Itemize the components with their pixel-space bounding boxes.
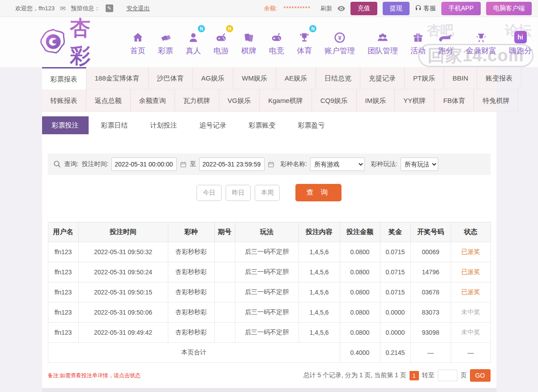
withdraw-button[interactable]: 提现 — [383, 2, 410, 15]
status-link[interactable]: 已派奖 — [451, 282, 491, 303]
cell-lottery: 杏彩秒秒彩 — [168, 262, 214, 282]
summary-value: — — [451, 343, 491, 363]
tab-IM娱乐[interactable]: IM娱乐 — [357, 89, 395, 112]
tab-沙巴体育[interactable]: 沙巴体育 — [149, 67, 193, 89]
table-row: ffn1232022-05-31 09:49:42杏彩秒秒彩后三一码不定胆1,4… — [48, 323, 491, 343]
tab-转账报表[interactable]: 转账报表 — [42, 89, 86, 112]
nav-item[interactable]: 棋牌 — [235, 28, 263, 56]
subtab-计划投注[interactable]: 计划投注 — [141, 116, 187, 134]
tab-Kgame棋牌[interactable]: Kgame棋牌 — [260, 89, 312, 112]
column-header: 期号 — [214, 222, 235, 242]
tab-彩票报表[interactable]: 彩票报表 — [42, 67, 86, 89]
refresh-link[interactable]: 刷新 — [320, 4, 332, 13]
tab-余额查询[interactable]: 余额查询 — [131, 89, 175, 112]
tab-188金宝博体育[interactable]: 188金宝博体育 — [86, 67, 149, 89]
column-header: 玩法 — [235, 222, 299, 242]
tab-账变报表[interactable]: 账变报表 — [477, 67, 521, 89]
date-to-input[interactable] — [199, 158, 265, 171]
tab-充提记录[interactable]: 充提记录 — [360, 67, 405, 89]
nav-item[interactable]: 活动 — [404, 28, 432, 56]
cell-time: 2022-05-31 09:50:15 — [78, 282, 168, 303]
quick-buttons: 今日 昨日 本周 查 询 — [42, 184, 496, 201]
subtab-彩票日结[interactable]: 彩票日结 — [91, 116, 138, 134]
tab-YY棋牌[interactable]: YY棋牌 — [395, 89, 435, 112]
tab-VG娱乐[interactable]: VG娱乐 — [219, 89, 260, 112]
calendar-icon[interactable] — [268, 161, 274, 168]
yesterday-button[interactable]: 昨日 — [226, 185, 251, 201]
eye-icon[interactable] — [337, 6, 345, 11]
mobile-app-button[interactable]: 手机APP — [441, 2, 481, 15]
note-text: 备注:如需查看投注单详情，请点击状态 — [48, 372, 141, 379]
nav-item-label: 账户管理 — [325, 46, 355, 56]
tab-CQ9娱乐[interactable]: CQ9娱乐 — [312, 89, 357, 112]
calendar-icon[interactable] — [180, 161, 187, 168]
nav-item[interactable]: H电游 — [207, 28, 235, 56]
date-from-input[interactable] — [111, 158, 177, 171]
status-link[interactable]: 已派奖 — [451, 262, 491, 282]
mail-icon[interactable]: ✉ — [60, 4, 66, 13]
cell-number: 14796 — [410, 262, 451, 282]
nav-item[interactable]: 首页 — [124, 28, 152, 56]
status-link[interactable]: 已派奖 — [451, 242, 491, 262]
tab-日结总览[interactable]: 日结总览 — [316, 67, 360, 89]
subtab-彩票账变[interactable]: 彩票账变 — [239, 116, 286, 134]
tab-WM娱乐[interactable]: WM娱乐 — [233, 67, 276, 89]
current-page-button[interactable]: 1 — [410, 371, 419, 380]
game-select[interactable]: 所有游戏 — [310, 158, 365, 171]
customer-service-link[interactable]: 客服 — [415, 4, 436, 13]
tab-PT娱乐[interactable]: PT娱乐 — [405, 67, 444, 89]
gift-icon — [412, 28, 424, 43]
tab-AG娱乐[interactable]: AG娱乐 — [193, 67, 234, 89]
goto-page-input[interactable] — [438, 370, 457, 381]
nav-item[interactable]: 跑分 — [432, 28, 460, 56]
filter-bar: 查询: 投注时间: 至 彩种名称: 所有游戏 彩种玩法: 所有玩法 — [48, 153, 491, 175]
tab-瓦力棋牌[interactable]: 瓦力棋牌 — [175, 89, 219, 112]
cell-content: 1,4,5,6 — [299, 323, 340, 343]
tab-AE娱乐[interactable]: AE娱乐 — [276, 67, 316, 89]
welcome-text: 欢迎您，ffn123 — [15, 4, 55, 13]
recharge-button[interactable]: 充值 — [350, 2, 377, 15]
nav-item[interactable]: 团队管理 — [361, 28, 404, 56]
nav-item[interactable]: N体育 — [290, 28, 318, 56]
query-label: 查询: — [64, 160, 79, 168]
tab-返点总额[interactable]: 返点总额 — [86, 89, 131, 112]
subtab-彩票投注[interactable]: 彩票投注 — [42, 116, 89, 134]
coin-icon: ¥ — [334, 28, 346, 43]
nav-item-label: 首页 — [130, 46, 145, 56]
status-link[interactable]: 未中奖 — [451, 303, 491, 323]
summary-label: 本页合计 — [48, 343, 340, 363]
cell-number: 03678 — [410, 282, 451, 303]
cell-amount: 0.0800 — [340, 323, 380, 343]
nav-item[interactable]: 彩票 — [152, 28, 179, 56]
cell-prize: 0.0715 — [380, 242, 410, 262]
brand-logo[interactable]: 杏彩 — [39, 14, 111, 70]
nav-item[interactable]: N真人 — [179, 28, 207, 56]
status-link[interactable]: 未中奖 — [451, 323, 491, 343]
nav-item-label: 跑分 — [438, 46, 453, 56]
tab-特兔棋牌[interactable]: 特兔棋牌 — [474, 89, 518, 112]
subtab-彩票盈亏[interactable]: 彩票盈亏 — [288, 116, 335, 134]
go-button[interactable]: GO — [470, 369, 491, 382]
cell-play: 后三一码不定胆 — [235, 303, 299, 323]
nav-item-label: 彩票 — [158, 46, 173, 56]
nav-item[interactable]: hi嗨跑分 — [503, 28, 538, 56]
tab-BBIN[interactable]: BBIN — [444, 67, 477, 89]
search-button[interactable]: 查 询 — [295, 184, 341, 201]
today-button[interactable]: 今日 — [196, 185, 222, 201]
nav-item-label: 团队管理 — [367, 46, 398, 56]
tab-FB体育[interactable]: FB体育 — [435, 89, 474, 112]
cell-content: 1,4,5,6 — [299, 303, 340, 323]
pc-client-button[interactable]: 电脑客户端 — [486, 2, 532, 15]
cell-lottery: 杏彩秒秒彩 — [168, 303, 214, 323]
logout-link[interactable]: 安全退出 — [127, 4, 150, 13]
play-select[interactable]: 所有玩法 — [401, 158, 438, 171]
subtab-追号记录[interactable]: 追号记录 — [190, 116, 236, 134]
nav-item[interactable]: 电竞 — [263, 28, 290, 56]
balance-value: ********** — [283, 5, 311, 12]
headset-icon — [415, 4, 422, 13]
edit-icon[interactable]: ✎ — [106, 4, 113, 12]
this-week-button[interactable]: 本周 — [255, 185, 280, 201]
nav-item[interactable]: 金鼎财富 — [460, 28, 503, 56]
nav-item-label: 棋牌 — [241, 46, 256, 56]
nav-item[interactable]: ¥账户管理 — [318, 28, 361, 56]
